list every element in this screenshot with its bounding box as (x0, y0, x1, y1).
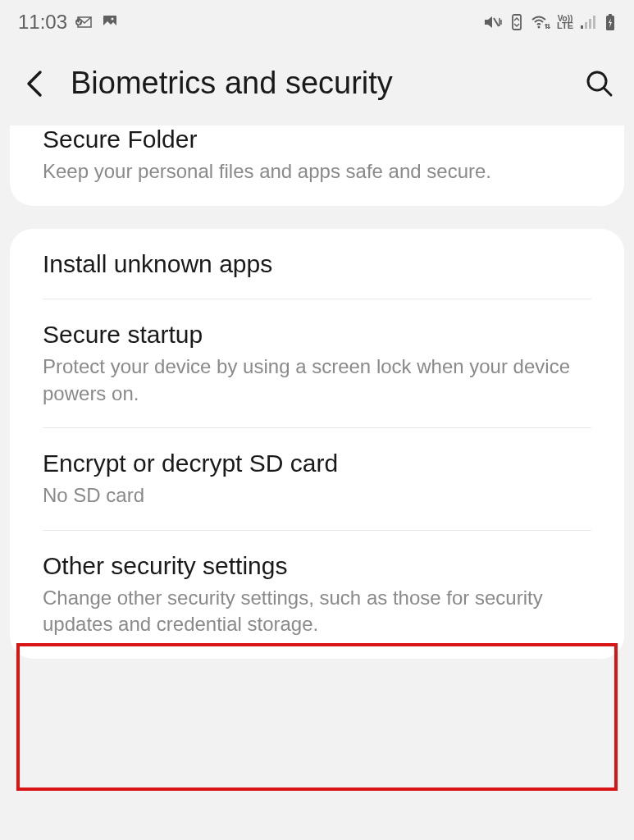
setting-title: Secure Folder (43, 126, 591, 153)
status-bar-left: 11:03 (18, 11, 118, 34)
setting-item-secure-startup[interactable]: Secure startup Protect your device by us… (10, 299, 624, 428)
svg-rect-7 (581, 25, 583, 29)
wifi-icon (531, 14, 550, 30)
highlight-annotation (16, 643, 618, 791)
setting-item-other-security-settings[interactable]: Other security settings Change other sec… (10, 531, 624, 660)
svg-rect-12 (609, 14, 612, 16)
status-bar: 11:03 Vo)) LTE (0, 0, 634, 41)
svg-rect-10 (593, 16, 595, 29)
setting-description: Protect your device by using a screen lo… (43, 354, 591, 407)
image-icon (102, 14, 118, 30)
app-header: Biometrics and security (0, 41, 634, 126)
battery-charging-icon (604, 13, 616, 31)
svg-rect-5 (513, 15, 521, 30)
svg-point-6 (538, 26, 540, 29)
setting-item-secure-folder[interactable]: Secure Folder Keep your personal files a… (10, 126, 624, 206)
data-saver-icon (509, 14, 524, 30)
setting-title: Install unknown apps (43, 250, 591, 278)
volte-indicator: Vo)) LTE (557, 15, 573, 30)
svg-rect-9 (589, 19, 591, 29)
back-button[interactable] (18, 67, 51, 100)
svg-line-4 (494, 18, 499, 26)
setting-title: Other security settings (43, 552, 591, 580)
setting-item-install-unknown-apps[interactable]: Install unknown apps (10, 229, 624, 299)
settings-card-security: Install unknown apps Secure startup Prot… (10, 229, 624, 659)
setting-description: Change other security settings, such as … (43, 585, 591, 638)
status-time: 11:03 (18, 11, 67, 34)
email-icon (75, 16, 94, 29)
settings-card-secure-folder: Secure Folder Keep your personal files a… (10, 126, 624, 206)
setting-description: Keep your personal files and apps safe a… (43, 158, 591, 185)
svg-rect-8 (585, 22, 587, 29)
settings-content: Secure Folder Keep your personal files a… (0, 126, 634, 659)
chevron-left-icon (25, 69, 43, 98)
setting-description: No SD card (43, 482, 591, 509)
search-icon (586, 70, 613, 98)
setting-title: Secure startup (43, 321, 591, 349)
svg-point-3 (112, 18, 114, 21)
setting-item-encrypt-sd-card[interactable]: Encrypt or decrypt SD card No SD card (10, 428, 624, 530)
search-button[interactable] (583, 67, 616, 100)
status-bar-right: Vo)) LTE (483, 13, 616, 31)
mute-vibrate-icon (483, 14, 503, 30)
setting-title: Encrypt or decrypt SD card (43, 450, 591, 477)
svg-point-13 (588, 72, 606, 90)
signal-icon (580, 14, 598, 30)
page-title: Biometrics and security (71, 66, 563, 101)
svg-line-14 (604, 89, 611, 95)
